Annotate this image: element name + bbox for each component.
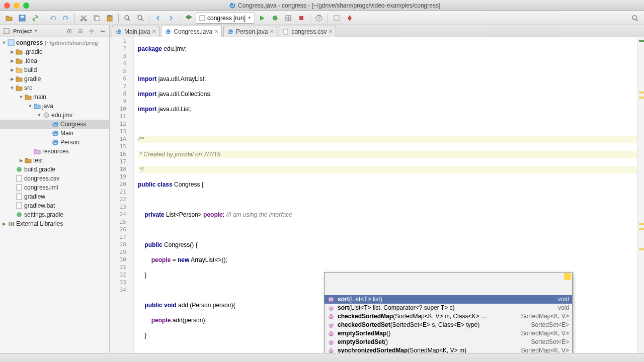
line-number[interactable]: 6: [110, 75, 133, 83]
line-number[interactable]: 31: [110, 264, 133, 272]
tree-item[interactable]: ▼java: [0, 102, 109, 111]
tree-item[interactable]: resources: [0, 147, 109, 156]
line-number[interactable]: 16: [110, 151, 133, 158]
project-view-icon[interactable]: [2, 27, 11, 36]
tree-item[interactable]: congress.csv: [0, 174, 109, 183]
completion-item[interactable]: msort(List<T> list)void: [325, 295, 572, 304]
debug-icon[interactable]: [269, 13, 281, 24]
avd-icon[interactable]: [331, 13, 343, 24]
line-number[interactable]: 19: [110, 173, 133, 181]
autoscroll-icon[interactable]: [65, 27, 74, 36]
completion-item[interactable]: msort(List<T> list, Comparator<? super T…: [325, 304, 572, 312]
line-number[interactable]: 3: [110, 53, 133, 60]
line-number[interactable]: 30: [110, 256, 133, 264]
intention-bulb-icon[interactable]: [564, 273, 571, 280]
code-editor[interactable]: package edu.jmv; import java.util.ArrayL…: [134, 37, 637, 353]
tree-item[interactable]: settings.gradle: [0, 210, 109, 219]
close-icon[interactable]: ✕: [214, 29, 218, 34]
open-icon[interactable]: [3, 13, 15, 24]
help-icon[interactable]: ?: [313, 13, 325, 24]
tree-item[interactable]: ▼main: [0, 93, 109, 102]
tree-item[interactable]: ▶.idea: [0, 56, 109, 65]
line-number[interactable]: 22: [110, 196, 133, 204]
line-number[interactable]: 26: [110, 226, 133, 234]
line-number[interactable]: 32: [110, 272, 133, 279]
line-number[interactable]: 24: [110, 211, 133, 219]
tree-item[interactable]: ▶gradle: [0, 74, 109, 83]
line-number[interactable]: 11: [110, 113, 133, 121]
completion-item[interactable]: memptySortedMap()SortedMap<K, V>: [325, 329, 572, 338]
coverage-icon[interactable]: [282, 13, 294, 24]
line-number[interactable]: 25: [110, 219, 133, 226]
forward-icon[interactable]: [165, 13, 177, 24]
close-icon[interactable]: ✕: [152, 29, 156, 34]
line-number[interactable]: 21: [110, 189, 133, 196]
sdk-icon[interactable]: [344, 13, 356, 24]
tab-person[interactable]: CPerson.java✕: [223, 26, 277, 37]
line-number[interactable]: 27: [110, 234, 133, 241]
code-completion-popup[interactable]: msort(List<T> list)voidmsort(List<T> lis…: [324, 272, 573, 353]
line-number[interactable]: 18: [110, 166, 133, 173]
run-icon[interactable]: [256, 13, 268, 24]
hide-icon[interactable]: [98, 27, 107, 36]
line-number[interactable]: 28: [110, 241, 133, 249]
maximize-icon[interactable]: [23, 3, 29, 9]
line-number[interactable]: 8: [110, 90, 133, 98]
tree-item[interactable]: build.gradle: [0, 165, 109, 174]
line-number[interactable]: 23: [110, 204, 133, 211]
save-icon[interactable]: [16, 13, 28, 24]
line-number[interactable]: 9: [110, 98, 133, 106]
line-number[interactable]: 13: [110, 128, 133, 136]
line-number[interactable]: 34: [110, 287, 133, 294]
back-icon[interactable]: [152, 13, 164, 24]
close-icon[interactable]: ✕: [270, 29, 274, 34]
paste-icon[interactable]: [104, 13, 116, 24]
line-number[interactable]: 17: [110, 158, 133, 166]
close-icon[interactable]: [4, 3, 10, 9]
tree-project-root[interactable]: ▼congress (~/gdrive/share/prog: [0, 38, 109, 47]
cut-icon[interactable]: [77, 13, 90, 24]
line-number[interactable]: 33: [110, 279, 133, 287]
line-number[interactable]: 15: [110, 143, 133, 151]
copy-icon[interactable]: [91, 13, 103, 24]
tree-item[interactable]: CMain: [0, 129, 109, 138]
tree-item[interactable]: ▼edu.jmv: [0, 111, 109, 120]
build-icon[interactable]: [183, 13, 195, 24]
gutter[interactable]: 1234567891011121314151617181920212223242…: [110, 37, 134, 353]
line-number[interactable]: 14: [110, 136, 133, 143]
tree-item[interactable]: gradlew.bat: [0, 201, 109, 210]
line-number[interactable]: 1: [110, 38, 133, 45]
settings-icon[interactable]: [87, 27, 96, 36]
tree-item[interactable]: gradlew: [0, 192, 109, 201]
completion-item[interactable]: memptySortedSet()SortedSet<E>: [325, 338, 572, 346]
tab-congress[interactable]: CCongress.java✕: [161, 26, 222, 37]
line-number[interactable]: 7: [110, 83, 133, 90]
line-number[interactable]: 12: [110, 121, 133, 128]
project-tree[interactable]: ▼congress (~/gdrive/share/prog ▶.gradle …: [0, 37, 109, 353]
redo-icon[interactable]: [60, 13, 72, 24]
tree-item[interactable]: congress.iml: [0, 183, 109, 192]
line-number[interactable]: 20: [110, 181, 133, 189]
tree-item[interactable]: ▼src: [0, 83, 109, 93]
completion-item[interactable]: mcheckedSortedMap(SortedMap<K, V> m, Cla…: [325, 312, 572, 321]
line-number[interactable]: 4: [110, 60, 133, 68]
line-number[interactable]: 5: [110, 68, 133, 75]
tree-item[interactable]: CPerson: [0, 138, 109, 147]
tree-item[interactable]: ▶build: [0, 65, 109, 74]
replace-icon[interactable]: [134, 13, 146, 24]
close-icon[interactable]: ✕: [329, 29, 333, 34]
collapse-all-icon[interactable]: [76, 27, 85, 36]
line-number[interactable]: 10: [110, 106, 133, 113]
tab-main[interactable]: CMain.java✕: [112, 26, 159, 37]
search-everywhere-icon[interactable]: [629, 13, 641, 24]
tree-item-congress[interactable]: CCongress: [0, 120, 109, 129]
run-config-select[interactable]: congress [run] ▼: [196, 13, 255, 24]
completion-item[interactable]: msynchronizedSortedMap(SortedMap<K, V> m…: [325, 346, 572, 353]
error-stripe[interactable]: [637, 37, 644, 353]
stop-icon[interactable]: [295, 13, 307, 24]
undo-icon[interactable]: [47, 13, 59, 24]
minimize-icon[interactable]: [14, 3, 20, 9]
tab-csv[interactable]: congress.csv✕: [279, 26, 336, 37]
line-number[interactable]: 2: [110, 45, 133, 53]
tree-item[interactable]: ▶.gradle: [0, 47, 109, 56]
